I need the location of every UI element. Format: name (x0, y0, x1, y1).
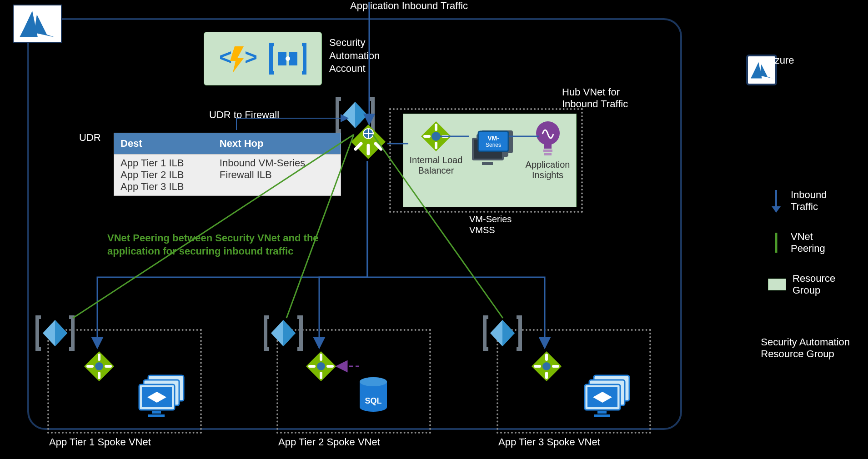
diagram-stage: Application Inbound Traffic Hub VNet for… (0, 0, 868, 459)
automation-stack-label: Security Automation Resource Group (761, 336, 850, 360)
svg-marker-85 (751, 62, 762, 79)
legend-rg: Resource Group (768, 273, 850, 296)
legend-azure: Azure (768, 55, 850, 66)
svg-line-83 (373, 135, 503, 318)
legend-rg-label: Resource Group (793, 273, 835, 296)
svg-line-81 (73, 135, 354, 318)
line-icon (768, 231, 784, 254)
legend: Azure Inbound Traffic VNet Peering Resou… (768, 55, 850, 296)
legend-peering: VNet Peering (768, 231, 850, 254)
legend-inbound: Inbound Traffic (768, 189, 850, 213)
legend-azure-label: Azure (768, 55, 794, 66)
svg-line-82 (286, 135, 354, 318)
connector-lines (0, 0, 868, 459)
legend-inbound-label: Inbound Traffic (791, 189, 827, 213)
resource-group-swatch-icon (768, 279, 786, 290)
svg-marker-88 (772, 206, 781, 213)
legend-peering-label: VNet Peering (791, 231, 825, 254)
arrow-down-icon (768, 189, 784, 213)
